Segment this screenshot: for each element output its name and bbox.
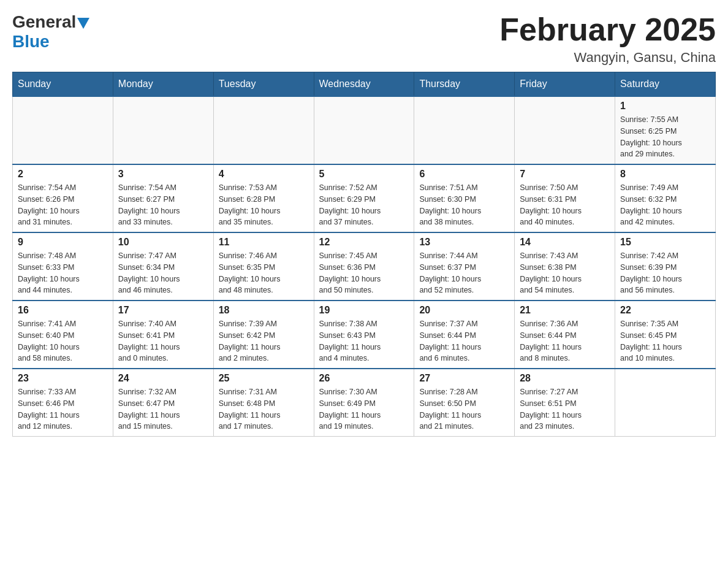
table-row: 15Sunrise: 7:42 AM Sunset: 6:39 PM Dayli… <box>615 232 716 301</box>
day-info: Sunrise: 7:43 AM Sunset: 6:38 PM Dayligh… <box>520 250 610 296</box>
table-row <box>213 96 314 164</box>
table-row: 28Sunrise: 7:27 AM Sunset: 6:51 PM Dayli… <box>515 369 615 437</box>
table-row: 18Sunrise: 7:39 AM Sunset: 6:42 PM Dayli… <box>213 301 314 369</box>
day-info: Sunrise: 7:47 AM Sunset: 6:34 PM Dayligh… <box>118 250 208 296</box>
day-info: Sunrise: 7:31 AM Sunset: 6:48 PM Dayligh… <box>219 386 309 432</box>
day-number: 26 <box>319 373 409 384</box>
table-row: 25Sunrise: 7:31 AM Sunset: 6:48 PM Dayli… <box>213 369 314 437</box>
day-number: 9 <box>18 237 108 248</box>
day-info: Sunrise: 7:27 AM Sunset: 6:51 PM Dayligh… <box>520 386 610 432</box>
day-info: Sunrise: 7:55 AM Sunset: 6:25 PM Dayligh… <box>620 114 710 160</box>
calendar-week-row: 9Sunrise: 7:48 AM Sunset: 6:33 PM Daylig… <box>13 232 716 301</box>
day-info: Sunrise: 7:49 AM Sunset: 6:32 PM Dayligh… <box>620 182 710 228</box>
day-number: 16 <box>18 305 108 316</box>
day-info: Sunrise: 7:40 AM Sunset: 6:41 PM Dayligh… <box>118 318 208 364</box>
table-row: 10Sunrise: 7:47 AM Sunset: 6:34 PM Dayli… <box>113 232 213 301</box>
page-header: General Blue February 2025 Wangyin, Gans… <box>12 12 716 66</box>
col-saturday: Saturday <box>615 72 716 97</box>
month-year-title: February 2025 <box>499 12 716 47</box>
day-info: Sunrise: 7:46 AM Sunset: 6:35 PM Dayligh… <box>219 250 309 296</box>
table-row: 23Sunrise: 7:33 AM Sunset: 6:46 PM Dayli… <box>13 369 113 437</box>
day-info: Sunrise: 7:54 AM Sunset: 6:26 PM Dayligh… <box>18 182 108 228</box>
table-row: 8Sunrise: 7:49 AM Sunset: 6:32 PM Daylig… <box>615 164 716 232</box>
table-row <box>615 369 716 437</box>
table-row: 9Sunrise: 7:48 AM Sunset: 6:33 PM Daylig… <box>13 232 113 301</box>
day-number: 13 <box>419 237 509 248</box>
table-row: 5Sunrise: 7:52 AM Sunset: 6:29 PM Daylig… <box>314 164 414 232</box>
day-info: Sunrise: 7:52 AM Sunset: 6:29 PM Dayligh… <box>319 182 409 228</box>
day-number: 14 <box>520 237 610 248</box>
day-number: 22 <box>620 305 710 316</box>
day-number: 23 <box>18 373 108 384</box>
table-row: 7Sunrise: 7:50 AM Sunset: 6:31 PM Daylig… <box>515 164 615 232</box>
day-number: 2 <box>18 169 108 180</box>
day-number: 4 <box>219 169 309 180</box>
day-info: Sunrise: 7:38 AM Sunset: 6:43 PM Dayligh… <box>319 318 409 364</box>
calendar-week-row: 1Sunrise: 7:55 AM Sunset: 6:25 PM Daylig… <box>13 96 716 164</box>
day-number: 12 <box>319 237 409 248</box>
day-info: Sunrise: 7:44 AM Sunset: 6:37 PM Dayligh… <box>419 250 509 296</box>
table-row: 19Sunrise: 7:38 AM Sunset: 6:43 PM Dayli… <box>314 301 414 369</box>
table-row: 21Sunrise: 7:36 AM Sunset: 6:44 PM Dayli… <box>515 301 615 369</box>
location-text: Wangyin, Gansu, China <box>499 50 716 66</box>
day-number: 27 <box>419 373 509 384</box>
table-row: 14Sunrise: 7:43 AM Sunset: 6:38 PM Dayli… <box>515 232 615 301</box>
table-row <box>314 96 414 164</box>
day-info: Sunrise: 7:42 AM Sunset: 6:39 PM Dayligh… <box>620 250 710 296</box>
day-info: Sunrise: 7:48 AM Sunset: 6:33 PM Dayligh… <box>18 250 108 296</box>
calendar-header-row: Sunday Monday Tuesday Wednesday Thursday… <box>13 72 716 97</box>
col-sunday: Sunday <box>13 72 113 97</box>
day-info: Sunrise: 7:36 AM Sunset: 6:44 PM Dayligh… <box>520 318 610 364</box>
table-row <box>515 96 615 164</box>
calendar-week-row: 23Sunrise: 7:33 AM Sunset: 6:46 PM Dayli… <box>13 369 716 437</box>
table-row: 17Sunrise: 7:40 AM Sunset: 6:41 PM Dayli… <box>113 301 213 369</box>
table-row: 13Sunrise: 7:44 AM Sunset: 6:37 PM Dayli… <box>414 232 515 301</box>
col-wednesday: Wednesday <box>314 72 414 97</box>
logo-arrow-icon <box>77 18 89 29</box>
table-row: 22Sunrise: 7:35 AM Sunset: 6:45 PM Dayli… <box>615 301 716 369</box>
day-number: 15 <box>620 237 710 248</box>
logo: General Blue <box>12 12 89 52</box>
day-number: 6 <box>419 169 509 180</box>
day-info: Sunrise: 7:50 AM Sunset: 6:31 PM Dayligh… <box>520 182 610 228</box>
table-row: 20Sunrise: 7:37 AM Sunset: 6:44 PM Dayli… <box>414 301 515 369</box>
table-row <box>414 96 515 164</box>
day-info: Sunrise: 7:28 AM Sunset: 6:50 PM Dayligh… <box>419 386 509 432</box>
calendar-table: Sunday Monday Tuesday Wednesday Thursday… <box>12 72 716 437</box>
col-friday: Friday <box>515 72 615 97</box>
logo-blue-text: Blue <box>12 32 50 52</box>
table-row: 24Sunrise: 7:32 AM Sunset: 6:47 PM Dayli… <box>113 369 213 437</box>
title-section: February 2025 Wangyin, Gansu, China <box>499 12 716 66</box>
day-number: 7 <box>520 169 610 180</box>
table-row: 11Sunrise: 7:46 AM Sunset: 6:35 PM Dayli… <box>213 232 314 301</box>
day-info: Sunrise: 7:33 AM Sunset: 6:46 PM Dayligh… <box>18 386 108 432</box>
col-thursday: Thursday <box>414 72 515 97</box>
day-number: 24 <box>118 373 208 384</box>
day-info: Sunrise: 7:51 AM Sunset: 6:30 PM Dayligh… <box>419 182 509 228</box>
day-number: 28 <box>520 373 610 384</box>
day-info: Sunrise: 7:54 AM Sunset: 6:27 PM Dayligh… <box>118 182 208 228</box>
col-tuesday: Tuesday <box>213 72 314 97</box>
day-number: 3 <box>118 169 208 180</box>
table-row: 4Sunrise: 7:53 AM Sunset: 6:28 PM Daylig… <box>213 164 314 232</box>
calendar-week-row: 2Sunrise: 7:54 AM Sunset: 6:26 PM Daylig… <box>13 164 716 232</box>
col-monday: Monday <box>113 72 213 97</box>
table-row: 1Sunrise: 7:55 AM Sunset: 6:25 PM Daylig… <box>615 96 716 164</box>
day-number: 17 <box>118 305 208 316</box>
day-info: Sunrise: 7:35 AM Sunset: 6:45 PM Dayligh… <box>620 318 710 364</box>
day-number: 25 <box>219 373 309 384</box>
day-info: Sunrise: 7:32 AM Sunset: 6:47 PM Dayligh… <box>118 386 208 432</box>
day-number: 19 <box>319 305 409 316</box>
table-row: 6Sunrise: 7:51 AM Sunset: 6:30 PM Daylig… <box>414 164 515 232</box>
day-info: Sunrise: 7:37 AM Sunset: 6:44 PM Dayligh… <box>419 318 509 364</box>
day-info: Sunrise: 7:41 AM Sunset: 6:40 PM Dayligh… <box>18 318 108 364</box>
logo-general-text: General <box>12 12 76 32</box>
day-info: Sunrise: 7:53 AM Sunset: 6:28 PM Dayligh… <box>219 182 309 228</box>
day-number: 20 <box>419 305 509 316</box>
table-row: 27Sunrise: 7:28 AM Sunset: 6:50 PM Dayli… <box>414 369 515 437</box>
day-number: 8 <box>620 169 710 180</box>
day-number: 10 <box>118 237 208 248</box>
table-row <box>13 96 113 164</box>
table-row: 2Sunrise: 7:54 AM Sunset: 6:26 PM Daylig… <box>13 164 113 232</box>
table-row: 3Sunrise: 7:54 AM Sunset: 6:27 PM Daylig… <box>113 164 213 232</box>
